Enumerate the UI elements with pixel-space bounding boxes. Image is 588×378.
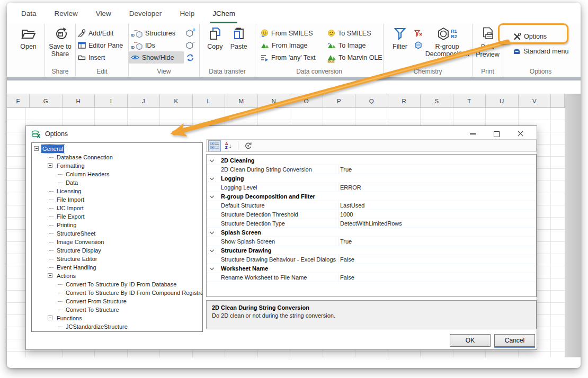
from-image-button[interactable]: From Image (259, 39, 325, 51)
property-category-splash-screen[interactable]: Splash Screen (207, 228, 536, 237)
property-value[interactable]: ERROR (340, 183, 361, 192)
reset-settings-button[interactable] (242, 140, 254, 151)
add-structure-column-button[interactable]: + (186, 27, 194, 39)
chevron-down-icon[interactable] (210, 248, 214, 252)
standard-menu-button[interactable]: Standard menu (511, 45, 578, 58)
clear-filter-button[interactable] (414, 27, 422, 39)
property-category-2d-cleaning[interactable]: 2D Cleaning (207, 156, 536, 165)
open-button[interactable]: Open (12, 27, 44, 50)
ok-button[interactable]: OK (450, 334, 491, 347)
property-category-structure-drawing[interactable]: Structure Drawing (207, 246, 536, 255)
chevron-down-icon[interactable] (210, 230, 214, 234)
tree-item-structure-display[interactable]: Structure Display (32, 246, 202, 255)
tree-expand-box[interactable] (48, 163, 52, 168)
tree-item-convert-to-structure[interactable]: Convert To Structure (32, 305, 202, 314)
column-header-S[interactable]: S (421, 94, 453, 108)
categorized-view-button[interactable] (208, 140, 221, 151)
tree-item-actions[interactable]: Actions (32, 272, 202, 280)
column-header-V[interactable]: V (519, 94, 551, 108)
tree-item-jcstandardizestructure[interactable]: JCStandardizeStructure (32, 322, 202, 331)
column-header-U[interactable]: U (486, 94, 519, 108)
property-row-logging-level[interactable]: Logging LevelERROR (207, 183, 536, 192)
property-row-rename-worksheet-to-file-name[interactable]: Rename Worksheet to File NameFalse (207, 273, 536, 282)
chemistry-hexagon-button[interactable] (414, 39, 422, 51)
chevron-down-icon[interactable] (210, 176, 214, 180)
rgroup-decomposition-button[interactable]: R1 R2 R-group Decomposition (424, 27, 470, 58)
property-category-r-group-decomposition-and-filter[interactable]: R-group Decomposition and Filter (207, 192, 536, 201)
tree-item-file-export[interactable]: File Export (32, 212, 202, 221)
column-header-H[interactable]: H (63, 94, 95, 108)
editor-pane-button[interactable]: Editor Pane (76, 39, 128, 51)
tree-item-convert-to-structure-by-id-from-compound-registration[interactable]: Convert To Structure By ID From Compound… (32, 289, 202, 297)
remove-structure-column-button[interactable]: − (186, 39, 194, 51)
menu-tab-help[interactable]: Help (171, 3, 203, 24)
property-row-show-splash-screen[interactable]: Show Splash ScreenTrue (207, 237, 536, 246)
to-image-button[interactable]: To Image (325, 39, 382, 51)
tree-item-image-conversion[interactable]: Image Conversion (32, 238, 202, 246)
ids-button[interactable]: ← ID IDs (129, 39, 184, 51)
alphabetical-sort-button[interactable]: A Z ↓ (222, 140, 235, 151)
cancel-button[interactable]: Cancel (494, 334, 535, 347)
tree-item-ijc-import[interactable]: IJC Import (32, 204, 202, 212)
property-row-structure-detection-threshold[interactable]: Structure Detection Threshold1000 (207, 210, 536, 219)
property-value[interactable]: True (340, 237, 352, 246)
column-header-G[interactable]: G (30, 94, 63, 108)
tree-item-structuresheet[interactable]: StructureSheet (32, 229, 202, 238)
add-edit-button[interactable]: Add/Edit (76, 27, 128, 39)
tree-item-formatting[interactable]: Formatting (32, 161, 202, 170)
tree-item-data[interactable]: Data (32, 178, 202, 187)
insert-button[interactable]: Insert (76, 51, 128, 64)
chevron-down-icon[interactable] (210, 266, 214, 270)
column-header-I[interactable]: I (95, 94, 128, 108)
property-value[interactable]: False (340, 273, 354, 282)
column-header-P[interactable]: P (323, 94, 356, 108)
menu-tab-developer[interactable]: Developer (120, 3, 171, 24)
tree-expand-box[interactable] (48, 316, 52, 320)
property-value[interactable]: True (340, 165, 352, 174)
menu-tab-review[interactable]: Review (46, 3, 87, 24)
menu-tab-jchem[interactable]: JChem (203, 3, 244, 24)
from-smiles-button[interactable]: From SMILES (259, 27, 325, 39)
from-any-text-button[interactable]: From 'any' Text (259, 51, 325, 64)
column-header-O[interactable]: O (290, 94, 323, 108)
filter-button[interactable]: Filter (388, 27, 412, 58)
column-header-T[interactable]: T (453, 94, 486, 108)
column-header-F[interactable]: F (7, 94, 30, 108)
save-to-share-button[interactable]: Save to Share (45, 27, 75, 58)
tree-item-structure-editor[interactable]: Structure Editor (32, 255, 202, 263)
column-header-L[interactable]: L (193, 94, 226, 108)
tree-item-licensing[interactable]: Licensing (32, 187, 202, 195)
chevron-down-icon[interactable] (210, 194, 214, 198)
property-row-default-structure[interactable]: Default StructureLastUsed (207, 201, 536, 210)
property-value[interactable]: 1000 (340, 210, 353, 219)
tree-expand-box[interactable] (48, 273, 52, 278)
chevron-down-icon[interactable] (210, 158, 214, 162)
column-header-J[interactable]: J (128, 94, 161, 108)
property-value[interactable]: LastUsed (340, 201, 364, 210)
property-value[interactable]: DetectWithLimitedRows (340, 219, 402, 228)
tree-item-convert-to-structure-by-id-from-database[interactable]: Convert To Structure By ID From Database (32, 280, 202, 289)
to-marvin-ole-button[interactable]: OLE To Marvin OLE (325, 51, 382, 64)
tree-item-database-connection[interactable]: Database Connection (32, 153, 202, 161)
property-category-logging[interactable]: Logging (207, 174, 536, 183)
paste-button[interactable]: Paste (230, 27, 247, 50)
options-button[interactable]: Options (511, 30, 578, 43)
column-header-R[interactable]: R (388, 94, 421, 108)
to-smiles-button[interactable]: To SMILES (325, 27, 382, 39)
refresh-structures-button[interactable] (186, 51, 194, 64)
column-header-N[interactable]: N (258, 94, 291, 108)
property-value[interactable]: False (340, 255, 354, 264)
property-category-worksheet-name[interactable]: Worksheet Name (207, 264, 536, 273)
menu-tab-data[interactable]: Data (12, 3, 46, 24)
tree-item-event-handling[interactable]: Event Handling (32, 263, 202, 272)
tree-item-printing[interactable]: Printing (32, 221, 202, 229)
column-header-M[interactable]: M (225, 94, 258, 108)
show-hide-button[interactable]: Show/Hide (129, 51, 184, 64)
property-row-2d-clean-during-string-conversion[interactable]: 2D Clean During String ConversionTrue (207, 165, 536, 174)
tree-item-convert-from-structure[interactable]: Convert From Structure (32, 297, 202, 305)
tree-item-general[interactable]: General (32, 145, 202, 153)
tree-item-column-headers[interactable]: Column Headers (32, 170, 202, 178)
column-header-K[interactable]: K (160, 94, 193, 108)
property-row-structure-detection-type[interactable]: Structure Detection TypeDetectWithLimite… (207, 219, 536, 228)
tree-item-file-import[interactable]: File Import (32, 195, 202, 204)
